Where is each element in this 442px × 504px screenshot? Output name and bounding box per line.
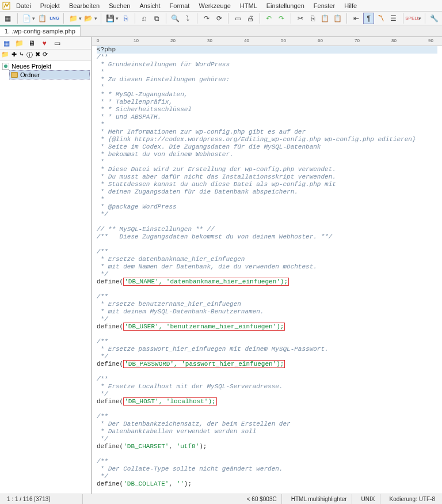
ruler-mark: 50	[281, 38, 286, 43]
list-icon[interactable]: ☰	[388, 13, 399, 24]
ruler-mark: 90	[428, 38, 433, 43]
info-icon[interactable]: ⓘ	[26, 51, 33, 59]
menu-html[interactable]: HTML	[237, 2, 261, 10]
menu-fenster[interactable]: Fenster	[310, 2, 338, 10]
search-next-icon[interactable]: ⤵	[182, 13, 194, 24]
indent-left-icon[interactable]: ⇤	[350, 13, 362, 24]
panel-folder-icon[interactable]: 📁	[14, 38, 24, 48]
panel-favorite-icon[interactable]: ♥	[39, 38, 49, 48]
marker-icon[interactable]: 〽	[375, 13, 387, 24]
spellcheck-icon[interactable]: SPELL	[407, 13, 418, 24]
sidebar-panel-tabs: ▦ 📁 🖥 ♥ ▭	[0, 37, 91, 50]
cut-icon[interactable]: ✂	[295, 13, 306, 24]
ruler-mark: 20	[170, 38, 176, 43]
menu-hilfe[interactable]: Hilfe	[341, 2, 360, 10]
settings-icon[interactable]: 🔧	[429, 13, 440, 24]
paste-icon[interactable]: 📋	[319, 13, 331, 24]
tree-folder-label: Ordner	[20, 71, 40, 78]
ruler-mark: 0	[97, 38, 99, 43]
favorites-icon[interactable]: ⧉	[151, 13, 162, 24]
panel-window-icon[interactable]: ▭	[52, 38, 62, 48]
status-encoding[interactable]: Kodierung: UTF-8	[385, 494, 440, 504]
reload-icon[interactable]: ⟳	[43, 51, 48, 59]
project-tree: Neues Projekt Ordner	[0, 61, 91, 81]
tab-wp-config[interactable]: 1. .wp-config-sample.php	[0, 25, 81, 36]
menu-suchen[interactable]: Suchen	[105, 2, 134, 10]
sidebar-file-toolbar: 📁 ✚ ⤷ ⓘ ✖ ⟳	[0, 50, 91, 61]
toggle-panel-icon[interactable]: ▦	[2, 13, 14, 24]
status-os: UNIX	[357, 494, 380, 504]
folder-icon	[11, 72, 18, 78]
panel-monitor-icon[interactable]: 🖥	[26, 38, 37, 48]
panel-files-icon[interactable]: ▦	[1, 38, 12, 48]
menu-bar: Datei Projekt Bearbeiten Suchen Ansicht …	[0, 0, 442, 12]
tab-label: 1. .wp-config-sample.php	[5, 28, 75, 35]
highlight-db-name: 'DB_NAME', 'datenbankname_hier_einfuegen…	[123, 278, 289, 286]
tab-bar: 1. .wp-config-sample.php	[0, 25, 442, 37]
status-bar: 1 : 1 / 116 [3713] < 60 $003C HTML multi…	[0, 494, 442, 504]
ruler: 0 10 20 30 40 50 60 70 80 90	[92, 37, 442, 46]
wrap-icon[interactable]: ¶	[363, 13, 375, 24]
menu-format[interactable]: Format	[166, 2, 193, 10]
svg-point-2	[4, 65, 7, 68]
main-toolbar: ▦ 📄▾ 📋 LNG 📁▾ 📂▾ 💾▾ ⎘ ⎌ ⧉ 🔍 ⤵ ↷ ⟳ ▭ 🖨 ↶ …	[0, 12, 442, 25]
tree-root-label: Neues Projekt	[12, 63, 51, 70]
redo-icon[interactable]: ↷	[276, 13, 287, 24]
highlight-db-host: 'DB_HOST', 'localhost');	[123, 397, 216, 406]
menu-einstellungen[interactable]: Einstellungen	[263, 2, 308, 10]
save-icon[interactable]: 💾	[105, 13, 116, 24]
tree-root-project[interactable]: Neues Projekt	[1, 62, 90, 70]
jump-to-icon[interactable]: ↷	[201, 13, 212, 24]
status-position: 1 : 1 / 116 [3713]	[2, 494, 83, 504]
status-mode[interactable]: HTML multihighlighter	[287, 494, 352, 504]
menu-werkzeuge[interactable]: Werkzeuge	[195, 2, 234, 10]
lang-icon[interactable]: LNG	[49, 13, 60, 24]
copy-icon[interactable]: ⎘	[307, 13, 318, 24]
highlight-db-user: 'DB_USER', 'benutzername_hier_einfuegen'…	[123, 323, 285, 331]
print-icon[interactable]: 🖨	[245, 13, 256, 24]
search-icon[interactable]: 🔍	[170, 13, 181, 24]
highlight-db-password: 'DB_PASSWORD', 'passwort_hier_einfuegen'…	[123, 360, 285, 368]
undo-icon[interactable]: ↶	[264, 13, 275, 24]
paste-special-icon[interactable]: 📋	[332, 13, 344, 24]
delete-icon[interactable]: ✖	[35, 51, 40, 59]
status-column: < 60 $003C	[242, 494, 282, 504]
new-file-icon[interactable]: 📄	[21, 13, 33, 24]
code-editor[interactable]: <?php/** * Grundeinstellungen für WordPr…	[92, 46, 442, 494]
new-folder-icon[interactable]: 📁	[1, 51, 9, 59]
open-recent-icon[interactable]: 📂	[83, 13, 94, 24]
ruler-mark: 40	[244, 38, 249, 43]
main-area: ▦ 📁 🖥 ♥ ▭ 📁 ✚ ⤷ ⓘ ✖ ⟳ Neues Projekt Ordn…	[0, 37, 442, 494]
app-icon	[2, 2, 10, 10]
save-all-icon[interactable]: ⎘	[120, 13, 131, 24]
refresh-icon[interactable]: ⟳	[214, 13, 225, 24]
folder-icon[interactable]: 📁	[67, 13, 79, 24]
sidebar: ▦ 📁 🖥 ♥ ▭ 📁 ✚ ⤷ ⓘ ✖ ⟳ Neues Projekt Ordn…	[0, 37, 92, 494]
new-item-icon[interactable]: ✚	[12, 51, 17, 59]
copy-file-icon[interactable]: 📋	[36, 13, 48, 24]
ruler-mark: 30	[207, 38, 212, 43]
ruler-mark: 60	[318, 38, 323, 43]
editor-wrap: 0 10 20 30 40 50 60 70 80 90 <?php/** * …	[92, 37, 442, 494]
new-subitem-icon[interactable]: ⤷	[19, 51, 24, 59]
toggle-view-icon[interactable]: ▭	[232, 13, 243, 24]
menu-bearbeiten[interactable]: Bearbeiten	[66, 2, 103, 10]
ruler-mark: 80	[391, 38, 397, 43]
template-icon[interactable]: ⎌	[139, 13, 150, 24]
menu-projekt[interactable]: Projekt	[37, 2, 63, 10]
ruler-mark: 70	[355, 38, 360, 43]
menu-datei[interactable]: Datei	[13, 2, 35, 10]
project-icon	[2, 63, 9, 70]
menu-ansicht[interactable]: Ansicht	[136, 2, 163, 10]
ruler-mark: 10	[134, 38, 139, 43]
tree-folder-ordner[interactable]: Ordner	[9, 70, 90, 79]
